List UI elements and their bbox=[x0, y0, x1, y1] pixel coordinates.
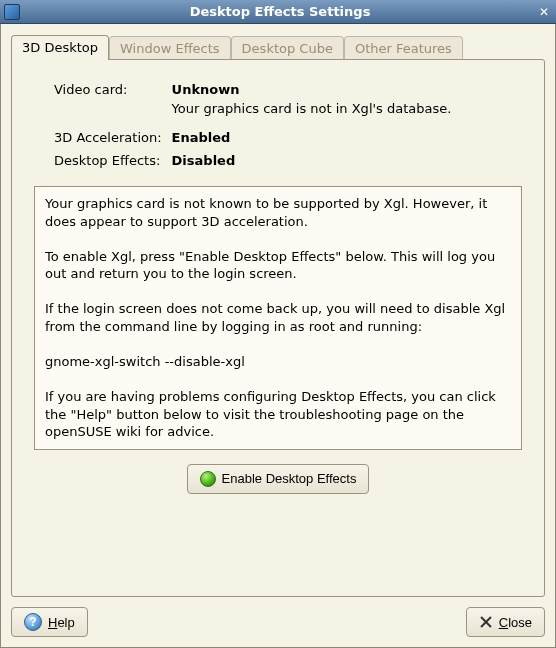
video-card-note: Your graphics card is not in Xgl's datab… bbox=[172, 101, 452, 116]
close-button-label: Close bbox=[499, 615, 532, 630]
green-ball-icon bbox=[200, 471, 216, 487]
window: Desktop Effects Settings ✕ 3D Desktop Wi… bbox=[0, 0, 556, 648]
effects-label: Desktop Effects: bbox=[54, 153, 162, 168]
tab-bar: 3D Desktop Window Effects Desktop Cube O… bbox=[11, 34, 545, 59]
tab-panel-3d-desktop: Video card: Unknown Your graphics card i… bbox=[11, 59, 545, 597]
window-title: Desktop Effects Settings bbox=[24, 4, 536, 19]
help-button-label: Help bbox=[48, 615, 75, 630]
enable-row: Enable Desktop Effects bbox=[34, 464, 522, 494]
effects-value: Disabled bbox=[172, 153, 452, 168]
help-icon: ? bbox=[24, 613, 42, 631]
enable-desktop-effects-button[interactable]: Enable Desktop Effects bbox=[187, 464, 370, 494]
close-button[interactable]: Close bbox=[466, 607, 545, 637]
tab-3d-desktop[interactable]: 3D Desktop bbox=[11, 35, 109, 60]
video-card-label: Video card: bbox=[54, 82, 162, 97]
close-icon[interactable]: ✕ bbox=[536, 4, 552, 20]
tab-desktop-cube[interactable]: Desktop Cube bbox=[231, 36, 344, 60]
accel-label: 3D Acceleration: bbox=[54, 130, 162, 145]
titlebar: Desktop Effects Settings ✕ bbox=[0, 0, 556, 24]
video-card-value: Unknown bbox=[172, 82, 452, 97]
app-icon bbox=[4, 4, 20, 20]
tab-window-effects[interactable]: Window Effects bbox=[109, 36, 231, 60]
close-x-icon bbox=[479, 615, 493, 629]
message-box: Your graphics card is not known to be su… bbox=[34, 186, 522, 450]
footer: ? Help Close bbox=[11, 597, 545, 637]
tab-other-features[interactable]: Other Features bbox=[344, 36, 463, 60]
client-area: 3D Desktop Window Effects Desktop Cube O… bbox=[0, 24, 556, 648]
enable-button-label: Enable Desktop Effects bbox=[222, 471, 357, 486]
help-button[interactable]: ? Help bbox=[11, 607, 88, 637]
info-grid: Video card: Unknown Your graphics card i… bbox=[54, 82, 522, 168]
accel-value: Enabled bbox=[172, 130, 452, 145]
